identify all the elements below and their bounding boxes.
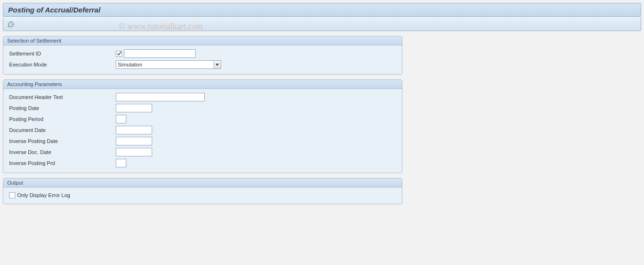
label-inverse-posting-date: Inverse Posting Date bbox=[7, 138, 116, 144]
row-doc-header-text: Document Header Text bbox=[7, 92, 398, 102]
input-posting-period[interactable] bbox=[116, 115, 126, 123]
page-title-bar: Posting of Accrual/Deferral bbox=[3, 3, 641, 17]
input-doc-header-text[interactable] bbox=[116, 93, 205, 101]
group-header-output: Output bbox=[3, 178, 402, 188]
input-posting-date[interactable] bbox=[116, 104, 152, 112]
row-posting-date: Posting Date bbox=[7, 103, 398, 113]
row-settlement-id: Settlement ID bbox=[7, 48, 398, 59]
label-document-date: Document Date bbox=[7, 127, 116, 133]
page-title: Posting of Accrual/Deferral bbox=[8, 6, 100, 14]
label-only-display-error: Only Display Error Log bbox=[17, 192, 70, 198]
label-inverse-doc-date: Inverse Doc. Date bbox=[7, 149, 116, 155]
group-header-accounting: Accounting Parameters bbox=[3, 80, 402, 89]
select-execution-mode[interactable]: Simulation bbox=[116, 60, 221, 69]
row-inverse-doc-date: Inverse Doc. Date bbox=[7, 147, 398, 157]
row-posting-period: Posting Period bbox=[7, 114, 398, 124]
label-execution-mode: Execution Mode bbox=[7, 62, 116, 67]
input-settlement-id[interactable] bbox=[124, 49, 196, 58]
row-only-display-error: Only Display Error Log bbox=[7, 190, 398, 200]
row-execution-mode: Execution Mode Simulation bbox=[7, 59, 398, 70]
input-inverse-doc-date[interactable] bbox=[116, 148, 152, 156]
content-area: Selection of Settlement Settlement ID Ex… bbox=[3, 36, 402, 204]
label-settlement-id: Settlement ID bbox=[7, 51, 116, 56]
label-doc-header-text: Document Header Text bbox=[7, 94, 116, 100]
checkbox-settlement-id[interactable] bbox=[116, 51, 122, 57]
row-inverse-posting-prd: Inverse Posting Prd bbox=[7, 158, 398, 168]
row-document-date: Document Date bbox=[7, 125, 398, 135]
input-document-date[interactable] bbox=[116, 126, 152, 134]
checkbox-only-display-error[interactable] bbox=[9, 192, 15, 199]
svg-line-2 bbox=[11, 24, 12, 25]
app-container: Posting of Accrual/Deferral © www.tutori… bbox=[0, 0, 644, 265]
execute-icon[interactable] bbox=[7, 21, 15, 28]
group-selection-of-settlement: Selection of Settlement Settlement ID Ex… bbox=[3, 36, 402, 75]
row-inverse-posting-date: Inverse Posting Date bbox=[7, 136, 398, 146]
input-inverse-posting-date[interactable] bbox=[116, 137, 152, 145]
group-output: Output Only Display Error Log bbox=[3, 178, 402, 204]
label-inverse-posting-prd: Inverse Posting Prd bbox=[7, 160, 116, 166]
toolbar bbox=[3, 18, 641, 31]
group-accounting-parameters: Accounting Parameters Document Header Te… bbox=[3, 79, 402, 173]
group-header-selection: Selection of Settlement bbox=[3, 36, 402, 45]
label-posting-date: Posting Date bbox=[7, 105, 116, 111]
label-posting-period: Posting Period bbox=[7, 116, 116, 122]
input-inverse-posting-prd[interactable] bbox=[116, 159, 126, 167]
